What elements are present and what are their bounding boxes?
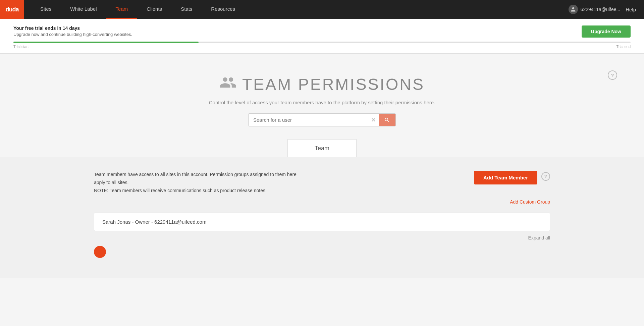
team-section: Team members have access to all sites in… bbox=[0, 157, 644, 278]
expand-all-row[interactable]: Expand all bbox=[94, 235, 550, 240]
brand-logo[interactable]: duda bbox=[0, 0, 24, 19]
add-custom-group-row: Add Custom Group bbox=[94, 199, 550, 205]
nav-link-stats[interactable]: Stats bbox=[171, 0, 202, 19]
trial-banner: Your free trial ends in 14 days Upgrade … bbox=[0, 19, 644, 54]
team-info-text: Team members have access to all sites in… bbox=[94, 171, 309, 195]
search-input[interactable] bbox=[249, 114, 368, 126]
search-wrapper: ✕ bbox=[248, 113, 396, 126]
page-header: ? TEAM PERMISSIONS Control the level of … bbox=[7, 67, 637, 130]
trial-subtitle: Upgrade now and continue building high-c… bbox=[13, 32, 132, 37]
member-row[interactable]: Sarah Jonas - Owner - 6229411a@uifeed.co… bbox=[94, 213, 550, 231]
add-custom-group-link[interactable]: Add Custom Group bbox=[94, 199, 550, 205]
team-action-area: Add Team Member ? bbox=[474, 171, 550, 184]
page-title-row: TEAM PERMISSIONS bbox=[7, 74, 637, 95]
trial-title: Your free trial ends in 14 days bbox=[13, 25, 132, 31]
trial-progress-fill bbox=[13, 42, 199, 43]
team-info-row: Team members have access to all sites in… bbox=[94, 171, 550, 195]
trial-start-label: Trial start bbox=[13, 45, 29, 49]
upgrade-button[interactable]: Upgrade Now bbox=[582, 25, 631, 38]
bottom-avatar-row bbox=[94, 246, 550, 265]
help-icon-team[interactable]: ? bbox=[541, 172, 550, 181]
trial-end-label: Trial end bbox=[616, 45, 631, 49]
nav-link-sites[interactable]: Sites bbox=[31, 0, 61, 19]
page-subtitle: Control the level of access your team me… bbox=[7, 100, 637, 105]
navbar: duda Sites White Label Team Clients Stat… bbox=[0, 0, 644, 19]
nav-user[interactable]: 6229411a@uifee... bbox=[569, 5, 621, 14]
logo-text: duda bbox=[6, 6, 19, 13]
add-team-member-button[interactable]: Add Team Member bbox=[474, 171, 537, 184]
nav-link-clients[interactable]: Clients bbox=[137, 0, 171, 19]
nav-link-resources[interactable]: Resources bbox=[202, 0, 245, 19]
nav-links: Sites White Label Team Clients Stats Res… bbox=[31, 0, 569, 19]
search-clear-button[interactable]: ✕ bbox=[368, 114, 379, 126]
tab-team[interactable]: Team bbox=[287, 139, 357, 157]
member-name: Sarah Jonas - Owner - 6229411a@uifeed.co… bbox=[102, 219, 206, 225]
person-icon bbox=[219, 74, 237, 95]
search-area: ✕ bbox=[7, 113, 637, 126]
team-section-inner: Team members have access to all sites in… bbox=[94, 171, 550, 265]
nav-link-white-label[interactable]: White Label bbox=[61, 0, 106, 19]
trial-progress-bar bbox=[13, 42, 631, 43]
help-icon-header[interactable]: ? bbox=[608, 70, 617, 80]
nav-link-team[interactable]: Team bbox=[106, 0, 138, 19]
search-button[interactable] bbox=[379, 114, 395, 126]
main-content: ? TEAM PERMISSIONS Control the level of … bbox=[0, 54, 644, 157]
nav-right: 6229411a@uifee... Help bbox=[569, 5, 644, 14]
trial-info: Your free trial ends in 14 days Upgrade … bbox=[13, 25, 132, 37]
avatar-circle bbox=[94, 246, 106, 258]
trial-labels: Trial start Trial end bbox=[13, 45, 631, 49]
tabs-row: Team bbox=[7, 139, 637, 157]
page-title: TEAM PERMISSIONS bbox=[242, 75, 425, 94]
user-avatar-icon bbox=[569, 5, 578, 14]
user-email: 6229411a@uifee... bbox=[581, 7, 621, 12]
help-link[interactable]: Help bbox=[626, 7, 636, 12]
